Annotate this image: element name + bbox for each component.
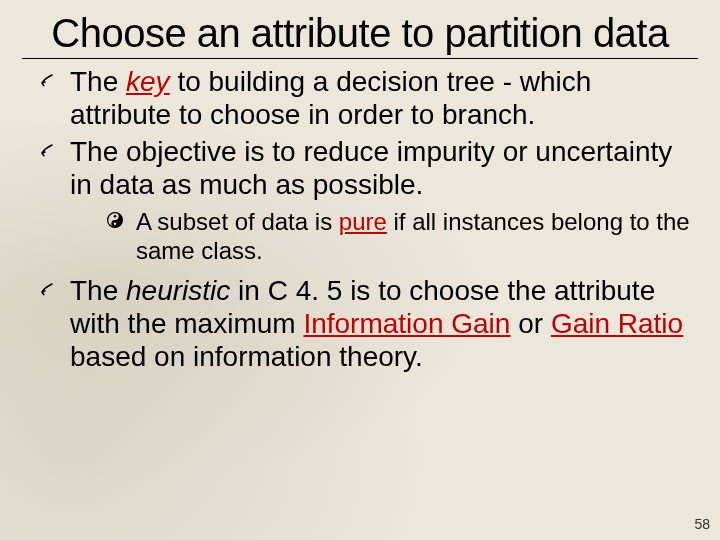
emphasis-pure: pure xyxy=(339,208,387,235)
slide: { "title": "Choose an attribute to parti… xyxy=(0,0,720,540)
emphasis-heuristic: heuristic xyxy=(126,275,230,306)
svg-point-2 xyxy=(114,223,117,226)
sub-bullet-item: A subset of data is pure if all instance… xyxy=(106,207,690,266)
title-divider xyxy=(22,58,698,59)
yinyang-icon xyxy=(106,211,126,231)
sub-bullet-list: A subset of data is pure if all instance… xyxy=(70,207,690,266)
slide-body: The key to building a decision tree - wh… xyxy=(0,61,720,373)
svg-point-1 xyxy=(114,215,117,218)
emphasis-key: key xyxy=(126,66,170,97)
page-number: 58 xyxy=(694,516,710,532)
emphasis-gain-ratio: Gain Ratio xyxy=(551,308,683,339)
bullet-list: The key to building a decision tree - wh… xyxy=(36,65,690,373)
bullet-text: The key to building a decision tree - wh… xyxy=(70,66,591,130)
arrow-left-icon xyxy=(38,71,58,91)
bullet-item: The objective is to reduce impurity or u… xyxy=(36,135,690,266)
arrow-left-icon xyxy=(38,280,58,300)
bullet-text: The heuristic in C 4. 5 is to choose the… xyxy=(70,275,683,372)
arrow-left-icon xyxy=(38,141,58,161)
bullet-item: The heuristic in C 4. 5 is to choose the… xyxy=(36,274,690,373)
slide-title: Choose an attribute to partition data xyxy=(0,0,720,58)
bullet-text: The objective is to reduce impurity or u… xyxy=(70,136,672,200)
bullet-item: The key to building a decision tree - wh… xyxy=(36,65,690,131)
emphasis-info-gain: Information Gain xyxy=(303,308,510,339)
sub-bullet-text: A subset of data is pure if all instance… xyxy=(136,208,690,264)
